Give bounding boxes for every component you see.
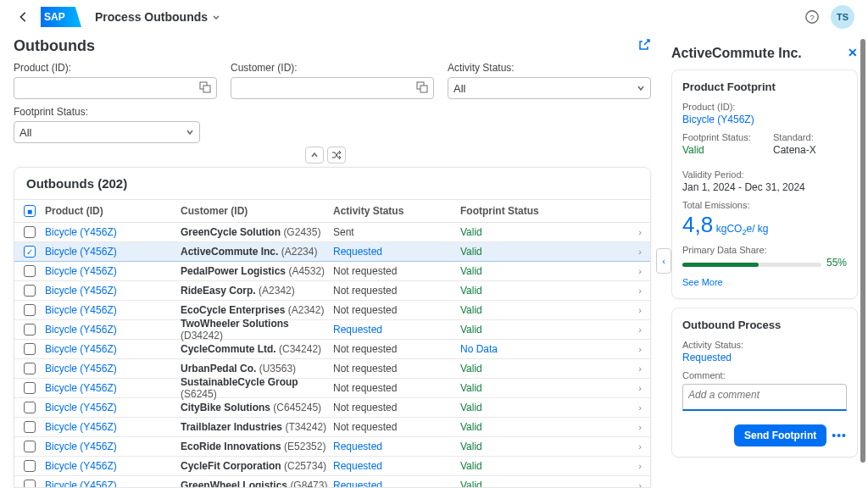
product-link[interactable]: Bicycle (Y456Z) bbox=[45, 480, 181, 487]
table-row[interactable]: Bicycle (Y456Z) GreenCycle Solution (G24… bbox=[14, 223, 650, 242]
row-checkbox[interactable] bbox=[24, 226, 36, 238]
row-checkbox[interactable] bbox=[24, 402, 36, 413]
row-checkbox[interactable]: ✓ bbox=[24, 246, 36, 258]
share-label: Primary Data Share: bbox=[682, 245, 847, 255]
value-help-icon[interactable] bbox=[416, 81, 428, 96]
filter-activity-select[interactable]: All bbox=[448, 77, 651, 99]
chevron-right-icon[interactable]: › bbox=[638, 363, 642, 374]
filter-footprint-select[interactable]: All bbox=[14, 121, 200, 143]
row-checkbox[interactable] bbox=[24, 382, 36, 394]
chevron-right-icon[interactable]: › bbox=[638, 422, 642, 432]
status-label: Footprint Status: bbox=[682, 132, 756, 142]
chevron-right-icon[interactable]: › bbox=[638, 227, 642, 237]
product-link[interactable]: Bicycle (Y456Z) bbox=[45, 324, 181, 336]
product-link[interactable]: Bicycle (Y456Z) bbox=[45, 382, 181, 394]
product-link[interactable]: Bicycle (Y456Z) bbox=[45, 246, 181, 258]
row-checkbox[interactable] bbox=[24, 285, 36, 297]
more-actions-button[interactable]: ••• bbox=[832, 429, 847, 442]
table-row[interactable]: ✓ Bicycle (Y456Z) ActiveCommute Inc. (A2… bbox=[14, 242, 650, 262]
table-row[interactable]: Bicycle (Y456Z) CycleCommute Ltd. (C3424… bbox=[14, 340, 650, 359]
product-link[interactable]: Bicycle (Y456Z) bbox=[682, 114, 847, 125]
product-link[interactable]: Bicycle (Y456Z) bbox=[45, 265, 181, 277]
table-title: Outbounds (202) bbox=[14, 168, 650, 199]
row-checkbox[interactable] bbox=[24, 324, 36, 336]
chevron-right-icon[interactable]: › bbox=[638, 305, 642, 315]
table-row[interactable]: Bicycle (Y456Z) EcoRide Innovations (E52… bbox=[14, 437, 650, 457]
col-activity[interactable]: Activity Status bbox=[333, 205, 460, 217]
chevron-right-icon[interactable]: › bbox=[638, 324, 642, 335]
scrollbar[interactable] bbox=[860, 39, 865, 463]
row-checkbox[interactable] bbox=[24, 304, 36, 316]
row-checkbox[interactable] bbox=[24, 441, 36, 452]
customer-cell: GreenWheel Logistics (G8473) bbox=[181, 480, 333, 487]
send-footprint-button[interactable]: Send Footprint bbox=[734, 424, 826, 446]
footprint-cell: Valid bbox=[460, 246, 650, 258]
collapse-panel-button[interactable]: ‹ bbox=[656, 248, 671, 274]
chevron-right-icon[interactable]: › bbox=[638, 344, 642, 354]
filter-customer-input[interactable] bbox=[231, 77, 434, 99]
product-footprint-card: Product Footprint Product (ID): Bicycle … bbox=[671, 69, 858, 299]
help-icon[interactable]: ? bbox=[800, 5, 824, 29]
footprint-cell: No Data bbox=[460, 343, 650, 355]
chevron-right-icon[interactable]: › bbox=[638, 247, 642, 257]
chevron-right-icon[interactable]: › bbox=[638, 441, 642, 452]
filter-product-input[interactable] bbox=[14, 77, 217, 99]
product-link[interactable]: Bicycle (Y456Z) bbox=[45, 226, 181, 238]
activity-cell: Not requested bbox=[333, 265, 460, 277]
table-row[interactable]: Bicycle (Y456Z) TwoWheeler Solutions (D3… bbox=[14, 320, 650, 340]
back-button[interactable] bbox=[14, 7, 34, 27]
avatar[interactable]: TS bbox=[831, 5, 854, 29]
row-checkbox[interactable] bbox=[24, 363, 36, 374]
see-more-link[interactable]: See More bbox=[682, 277, 723, 287]
table-row[interactable]: Bicycle (Y456Z) PedalPower Logistics (A4… bbox=[14, 262, 650, 281]
row-checkbox[interactable] bbox=[24, 480, 36, 487]
activity-cell: Requested bbox=[333, 324, 460, 336]
product-link[interactable]: Bicycle (Y456Z) bbox=[45, 441, 181, 452]
table-row[interactable]: Bicycle (Y456Z) GreenWheel Logistics (G8… bbox=[14, 476, 650, 487]
footprint-cell: Valid bbox=[460, 285, 650, 297]
chevron-right-icon[interactable]: › bbox=[638, 383, 642, 393]
chevron-right-icon[interactable]: › bbox=[638, 266, 642, 276]
product-link[interactable]: Bicycle (Y456Z) bbox=[45, 402, 181, 413]
chevron-right-icon[interactable]: › bbox=[638, 461, 642, 471]
breadcrumb[interactable]: Process Outbounds bbox=[95, 10, 221, 24]
select-all-checkbox[interactable]: ■ bbox=[24, 205, 36, 217]
filter-product-label: Product (ID): bbox=[14, 62, 217, 74]
col-customer[interactable]: Customer (ID) bbox=[181, 205, 333, 217]
col-product[interactable]: Product (ID) bbox=[45, 205, 181, 217]
table-row[interactable]: Bicycle (Y456Z) RideEasy Corp. (A2342) N… bbox=[14, 281, 650, 301]
table-row[interactable]: Bicycle (Y456Z) CycleFit Corporation (C2… bbox=[14, 457, 650, 476]
chevron-up-icon bbox=[310, 152, 319, 158]
product-link[interactable]: Bicycle (Y456Z) bbox=[45, 460, 181, 472]
share-icon[interactable] bbox=[637, 38, 651, 54]
product-link[interactable]: Bicycle (Y456Z) bbox=[45, 363, 181, 374]
col-footprint[interactable]: Footprint Status bbox=[460, 205, 650, 217]
comment-input[interactable] bbox=[682, 384, 847, 411]
standard-value: Catena-X bbox=[773, 144, 847, 156]
share-pct: 55% bbox=[826, 257, 847, 269]
product-link[interactable]: Bicycle (Y456Z) bbox=[45, 304, 181, 316]
table-row[interactable]: Bicycle (Y456Z) SustainableCycle Group (… bbox=[14, 379, 650, 398]
close-icon[interactable]: ✕ bbox=[848, 46, 858, 59]
chevron-right-icon[interactable]: › bbox=[638, 286, 642, 296]
sap-logo: SAP bbox=[41, 7, 81, 27]
row-checkbox[interactable] bbox=[24, 421, 36, 433]
comment-label: Comment: bbox=[682, 370, 847, 380]
row-checkbox[interactable] bbox=[24, 343, 36, 355]
table-row[interactable]: Bicycle (Y456Z) Trailblazer Industries (… bbox=[14, 418, 650, 437]
row-checkbox[interactable] bbox=[24, 460, 36, 472]
card-title: Product Footprint bbox=[682, 80, 847, 93]
activity-cell: Not requested bbox=[333, 304, 460, 316]
collapse-filters-button[interactable] bbox=[305, 147, 324, 164]
product-link[interactable]: Bicycle (Y456Z) bbox=[45, 421, 181, 433]
topbar: SAP Process Outbounds ? TS bbox=[0, 0, 868, 34]
activity-cell: Not requested bbox=[333, 421, 460, 433]
table-row[interactable]: Bicycle (Y456Z) CityBike Solutions (C645… bbox=[14, 398, 650, 418]
shuffle-button[interactable] bbox=[327, 147, 346, 164]
chevron-right-icon[interactable]: › bbox=[638, 402, 642, 413]
product-link[interactable]: Bicycle (Y456Z) bbox=[45, 285, 181, 297]
product-link[interactable]: Bicycle (Y456Z) bbox=[45, 343, 181, 355]
value-help-icon[interactable] bbox=[199, 81, 211, 96]
row-checkbox[interactable] bbox=[24, 265, 36, 277]
chevron-right-icon[interactable]: › bbox=[638, 480, 642, 487]
